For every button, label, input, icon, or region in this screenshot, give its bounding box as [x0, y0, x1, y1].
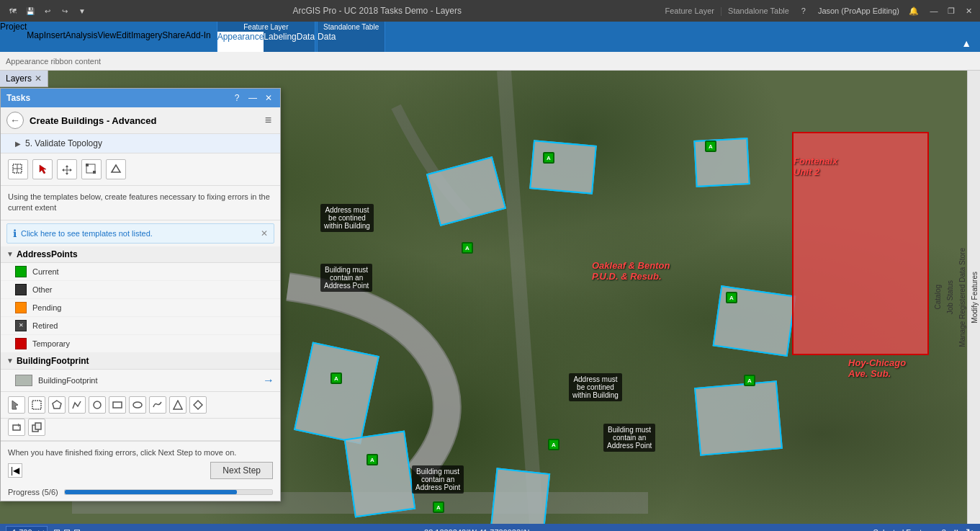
- building-footprint-section-header[interactable]: ▼ BuildingFootprint: [1, 353, 280, 370]
- footprint-swatch: [15, 375, 32, 386]
- template-temporary[interactable]: Temporary: [1, 335, 280, 353]
- draw-rectangle-btn[interactable]: [109, 396, 126, 414]
- green-marker-2: A: [543, 152, 554, 164]
- green-marker-4: A: [726, 292, 737, 303]
- sync-btn[interactable]: ↻: [966, 527, 974, 531]
- template-current-label: Current: [32, 267, 59, 276]
- tab-table-data[interactable]: Data: [318, 32, 336, 52]
- svg-rect-7: [32, 401, 41, 409]
- footer-text: When you have finished fixing errors, cl…: [8, 447, 273, 458]
- tab-labeling[interactable]: Labeling: [264, 32, 296, 52]
- sidebar-tab-manage-data-store[interactable]: Manage Registered Data Store: [957, 242, 968, 353]
- task-menu-btn[interactable]: ≡: [262, 112, 274, 128]
- svg-marker-13: [194, 401, 202, 409]
- tab-share[interactable]: Share: [162, 30, 185, 52]
- draw-diamond-btn[interactable]: [189, 396, 207, 414]
- draw-polyline-btn[interactable]: [68, 396, 86, 414]
- svg-marker-8: [53, 401, 61, 409]
- help-btn[interactable]: ?: [798, 5, 809, 17]
- notice-close-btn[interactable]: ✕: [261, 228, 268, 238]
- tasks-panel-title: Tasks: [6, 93, 30, 103]
- scale-selector[interactable]: 1:730: [6, 526, 48, 531]
- tab-data[interactable]: Data: [297, 32, 315, 52]
- current-icon: [15, 266, 27, 277]
- sidebar-tab-job-status[interactable]: Job Status: [945, 275, 956, 320]
- grid-btn[interactable]: ⊞: [53, 527, 60, 531]
- close-btn[interactable]: ✕: [963, 5, 974, 17]
- layers-panel-tab[interactable]: Layers ✕: [0, 71, 48, 87]
- tasks-panel: Tasks ? — ✕ ← Create Buildings - Advance…: [0, 88, 281, 501]
- minimize-btn[interactable]: —: [928, 5, 940, 17]
- draw-tool-4[interactable]: [81, 159, 102, 179]
- pause-btn[interactable]: ⏸: [952, 528, 960, 531]
- annotation-2: Building mustcontain anAddress Point: [320, 264, 372, 292]
- footprint-arrow-btn[interactable]: →: [263, 374, 274, 387]
- template-retired[interactable]: ✕ Retired: [1, 317, 280, 335]
- draw-rotate-btn[interactable]: [8, 419, 25, 436]
- tab-insert[interactable]: Insert: [44, 30, 66, 52]
- undo-btn[interactable]: ↩: [40, 4, 55, 18]
- draw-tool-3[interactable]: [57, 159, 77, 179]
- draw-rect-select-btn[interactable]: [28, 396, 45, 414]
- other-icon: [15, 284, 27, 295]
- draw-ellipse-btn[interactable]: [129, 396, 146, 414]
- main-area: Layers ✕: [0, 71, 980, 524]
- back-button[interactable]: ←: [6, 112, 24, 129]
- draw-copy-btn[interactable]: [28, 419, 45, 436]
- building-5: [694, 380, 783, 456]
- tasks-pin-btn[interactable]: —: [247, 93, 259, 103]
- status-map-icons: ⊞ ⊡ ⊟: [53, 527, 81, 531]
- layers-btn[interactable]: ⊟: [73, 527, 81, 531]
- tasks-panel-header: Tasks ? — ✕: [1, 89, 280, 107]
- tab-project[interactable]: Project: [0, 22, 27, 52]
- draw-tool-1[interactable]: [8, 159, 28, 179]
- tab-view[interactable]: View: [97, 30, 116, 52]
- tasks-close-btn[interactable]: ✕: [263, 93, 274, 103]
- draw-triangle-btn[interactable]: [169, 396, 186, 414]
- tab-appearance[interactable]: Appearance: [217, 32, 264, 52]
- template-other[interactable]: Other: [1, 281, 280, 299]
- sidebar-tab-modify-features[interactable]: Modify Features: [969, 266, 980, 329]
- draw-freehand-btn[interactable]: [149, 396, 166, 414]
- save-btn[interactable]: 💾: [23, 4, 37, 18]
- template-pending[interactable]: Pending: [1, 299, 280, 317]
- progress-bar-background: [64, 489, 273, 495]
- tab-edit[interactable]: Edit: [116, 30, 131, 52]
- draw-select-btn[interactable]: [8, 396, 25, 414]
- customize-btn[interactable]: ▼: [75, 4, 89, 18]
- next-step-button[interactable]: Next Step: [210, 462, 273, 479]
- feature-layer-context-group: Feature Layer Appearance Labeling Data: [217, 22, 315, 52]
- layers-tab-close[interactable]: ✕: [35, 73, 42, 84]
- draw-tool-2[interactable]: [32, 159, 53, 179]
- first-btn[interactable]: |◀: [8, 463, 22, 478]
- redo-btn[interactable]: ↪: [58, 4, 72, 18]
- notification-btn[interactable]: 🔔: [908, 5, 920, 17]
- progress-label: Progress (5/6): [8, 488, 58, 496]
- window-controls: — ❐ ✕: [928, 5, 974, 17]
- tab-addin[interactable]: Add-In: [185, 30, 210, 52]
- sidebar-tab-catalog[interactable]: Catalog: [932, 279, 943, 315]
- tab-analysis[interactable]: Analysis: [66, 30, 98, 52]
- building-footprint-section-title: BuildingFootprint: [17, 356, 89, 366]
- draw-polygon-btn[interactable]: [48, 396, 66, 414]
- draw-circle-btn[interactable]: [89, 396, 106, 414]
- ribbon-collapse-btn[interactable]: ▲: [958, 35, 974, 52]
- annotation-4: Building mustcontain anAddress Point: [603, 424, 655, 452]
- user-info[interactable]: Jason (ProApp Editing): [818, 6, 899, 15]
- svg-point-11: [133, 402, 142, 408]
- template-current[interactable]: Current: [1, 263, 280, 281]
- maximize-btn[interactable]: ❐: [945, 5, 957, 17]
- quick-access-toolbar: 🗺 💾 ↩ ↪ ▼: [6, 4, 89, 18]
- retired-icon: ✕: [15, 320, 27, 331]
- step-label: 5. Validate Topology: [25, 138, 102, 148]
- extent-btn[interactable]: ⊡: [63, 527, 71, 531]
- tab-imagery[interactable]: Imagery: [131, 30, 162, 52]
- task-notice[interactable]: ℹ Click here to see templates not listed…: [6, 223, 274, 244]
- address-points-section-header[interactable]: ▼ AddressPoints: [1, 246, 280, 263]
- draw-tool-5[interactable]: [106, 159, 126, 179]
- footprint-item[interactable]: BuildingFootprint →: [1, 370, 280, 392]
- tasks-help-btn[interactable]: ?: [231, 93, 243, 103]
- green-marker-9: A: [548, 439, 559, 450]
- tab-map[interactable]: Map: [27, 30, 43, 52]
- step-row[interactable]: ▶ 5. Validate Topology: [1, 134, 280, 153]
